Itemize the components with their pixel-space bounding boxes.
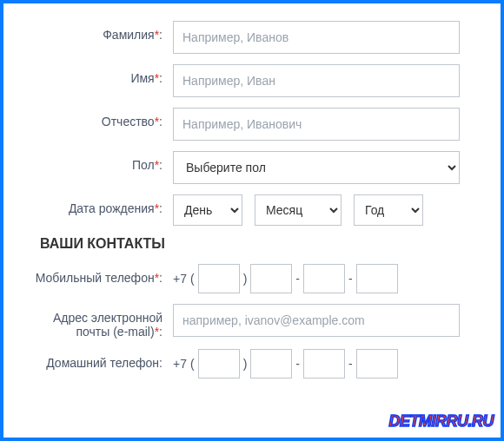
- row-email: Адрес электронной почты (e-mail)*:: [21, 304, 474, 339]
- row-firstname: Имя*:: [21, 64, 474, 97]
- field-col: [173, 108, 474, 141]
- email-input[interactable]: [173, 304, 460, 337]
- label-home: Домашний телефон:: [21, 349, 173, 370]
- home-part1-input[interactable]: [250, 349, 292, 378]
- birth-year-select[interactable]: Год: [354, 194, 423, 226]
- field-col: +7 ( ) - -: [173, 264, 474, 293]
- dash: -: [295, 272, 300, 286]
- home-part3-input[interactable]: [356, 349, 398, 378]
- dash: -: [348, 357, 353, 371]
- mobile-code-input[interactable]: [198, 264, 240, 293]
- label-text: Имя: [130, 71, 154, 85]
- paren-open: (: [190, 272, 195, 286]
- label-gender: Пол*:: [21, 151, 173, 172]
- phone-prefix: +7: [173, 272, 187, 286]
- row-birthdate: Дата рождения*: День Месяц Год: [21, 194, 474, 226]
- row-homephone: Домашний телефон: +7 ( ) - -: [21, 349, 474, 378]
- row-gender: Пол*: Выберите пол: [21, 151, 474, 184]
- field-col: [173, 304, 474, 337]
- colon: :: [159, 325, 162, 339]
- row-mobile: Мобильный телефон*: +7 ( ) - -: [21, 264, 474, 293]
- label-text: Пол: [132, 158, 155, 172]
- colon: :: [159, 28, 162, 42]
- firstname-input[interactable]: [173, 64, 460, 97]
- label-birthdate: Дата рождения*:: [21, 194, 173, 215]
- label-email: Адрес электронной почты (e-mail)*:: [21, 304, 173, 339]
- row-patronymic: Отчество*:: [21, 108, 474, 141]
- colon: :: [159, 201, 162, 215]
- field-col: +7 ( ) - -: [173, 349, 474, 378]
- birth-month-select[interactable]: Месяц: [255, 194, 342, 226]
- field-col: Выберите пол: [173, 151, 474, 184]
- row-lastname: Фамилия*:: [21, 21, 474, 54]
- form-frame: Фамилия*: Имя*: Отчество*: Пол*: Выберит…: [0, 0, 504, 441]
- mobile-part1-input[interactable]: [250, 264, 292, 293]
- label-text: Мобильный телефон: [36, 271, 155, 285]
- dash: -: [348, 272, 353, 286]
- phone-prefix: +7: [173, 357, 187, 371]
- colon: :: [159, 271, 162, 285]
- dash: -: [295, 357, 300, 371]
- patronymic-input[interactable]: [173, 108, 460, 141]
- watermark: DETMIRRU.RU: [389, 412, 494, 431]
- paren-close: ): [243, 272, 248, 286]
- paren-open: (: [190, 357, 195, 371]
- gender-select[interactable]: Выберите пол: [173, 151, 460, 184]
- home-code-input[interactable]: [198, 349, 240, 378]
- label-text: Отчество: [102, 115, 155, 128]
- paren-close: ): [243, 357, 248, 371]
- label-text: Адрес электронной почты (e-mail): [53, 311, 162, 339]
- contacts-section-title: ВАШИ КОНТАКТЫ: [40, 236, 474, 252]
- label-patronymic: Отчество*:: [21, 108, 173, 128]
- mobile-part3-input[interactable]: [356, 264, 398, 293]
- label-mobile: Мобильный телефон*:: [21, 264, 173, 285]
- lastname-input[interactable]: [173, 21, 460, 54]
- colon: :: [159, 71, 162, 85]
- label-text: Домашний телефон:: [46, 356, 162, 370]
- colon: :: [159, 115, 162, 128]
- home-part2-input[interactable]: [303, 349, 345, 378]
- field-col: [173, 21, 474, 54]
- label-text: Дата рождения: [69, 201, 155, 215]
- field-col: [173, 64, 474, 97]
- field-col: День Месяц Год: [173, 194, 474, 226]
- label-lastname: Фамилия*:: [21, 21, 173, 42]
- birth-day-select[interactable]: День: [173, 194, 242, 226]
- label-text: Фамилия: [103, 28, 154, 42]
- mobile-part2-input[interactable]: [303, 264, 345, 293]
- label-firstname: Имя*:: [21, 64, 173, 85]
- colon: :: [159, 158, 162, 172]
